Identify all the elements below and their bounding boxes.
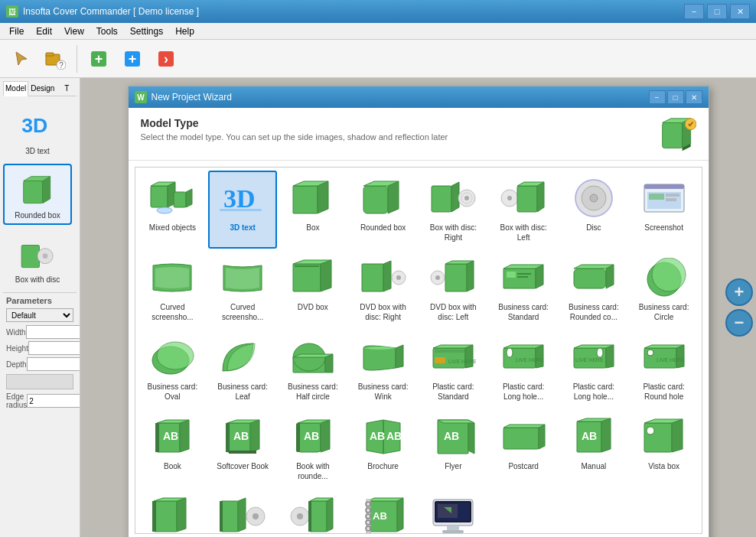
menu-edit[interactable]: Edit: [30, 24, 58, 38]
model-item-flyer[interactable]: AB Flyer: [419, 409, 488, 487]
model-icon-dvd-disc-left: [429, 256, 477, 299]
svg-point-50: [590, 194, 598, 202]
model-label-biz-halfcircle: Business card: Half circle: [283, 382, 343, 402]
svg-marker-88: [396, 345, 403, 368]
model-icon-vista-box: [640, 415, 689, 458]
svg-marker-155: [327, 498, 333, 532]
model-item-postcard[interactable]: Postcard: [489, 409, 558, 487]
sidebar-3dtext-label: 3D text: [25, 147, 50, 156]
model-item-book-rounded[interactable]: AB Book with rounde...: [279, 409, 347, 487]
model-item-biz-leaf[interactable]: Business card: Leaf: [208, 330, 277, 408]
svg-point-81: [652, 258, 686, 291]
model-item-book[interactable]: AB Book: [138, 409, 207, 487]
svg-rect-74: [507, 272, 516, 278]
model-item-brochure[interactable]: AB AB Brochure: [349, 409, 418, 487]
model-item-plastic-longhole2[interactable]: LIVE HERE Plastic card: Long hole...: [559, 330, 628, 408]
model-label-manual: Manual: [581, 461, 606, 471]
model-icon-plastic-longhole: LIVE HERE: [499, 336, 548, 379]
tab-model[interactable]: Model: [3, 81, 28, 96]
toolbar-cursor[interactable]: [6, 44, 37, 74]
dialog-minimize-button[interactable]: −: [649, 90, 666, 104]
model-item-bluray-disc-right[interactable]: Blu-ray with disc: Right: [208, 489, 277, 534]
model-item-dvd-disc-right[interactable]: DVD box with disc: Right: [349, 250, 418, 328]
depth-slider[interactable]: [6, 374, 73, 389]
svg-rect-171: [442, 530, 464, 533]
model-item-softcover[interactable]: AB Softcover Book: [208, 409, 277, 487]
dialog-close-button[interactable]: ✕: [686, 90, 702, 104]
sidebar-item-roundedbox[interactable]: Rounded box: [3, 164, 72, 225]
model-item-box-disc-right[interactable]: Box with disc: Right: [419, 171, 488, 249]
model-item-biz-oval[interactable]: Business card: Oval: [138, 330, 207, 408]
toolbar-open[interactable]: ?: [40, 44, 70, 74]
param-height-input[interactable]: [28, 341, 80, 355]
svg-marker-28: [186, 189, 192, 207]
menu-settings[interactable]: Settings: [124, 24, 169, 38]
model-item-spiral-bound[interactable]: AB Spiral bound book: [349, 489, 418, 534]
model-item-biz-standard[interactable]: Business card: Standard: [489, 250, 558, 328]
model-item-biz-wink[interactable]: Business card: Wink: [349, 330, 418, 408]
svg-rect-45: [517, 186, 537, 212]
model-item-mixed-objects[interactable]: Mixed objects: [138, 171, 207, 249]
model-icon-curved-screen1: [148, 256, 197, 299]
toolbar-add-green[interactable]: +: [83, 44, 114, 74]
model-icon-brochure: AB AB: [359, 415, 408, 458]
model-item-plastic-standard[interactable]: LIVE HERE Plastic card: Standard: [419, 330, 488, 408]
minimize-button[interactable]: −: [684, 4, 704, 19]
menu-bar: File Edit View Tools Settings Help: [0, 23, 756, 40]
model-item-imac[interactable]: iMac: [419, 489, 488, 534]
menu-help[interactable]: Help: [169, 24, 200, 38]
tab-t[interactable]: T: [57, 81, 77, 96]
model-item-plastic-roundhole[interactable]: LIVE HERE Plastic card: Round hole: [630, 330, 699, 408]
tab-design[interactable]: Design: [28, 81, 57, 96]
menu-tools[interactable]: Tools: [90, 24, 124, 38]
menu-file[interactable]: File: [3, 24, 30, 38]
model-item-box[interactable]: Box: [279, 171, 347, 249]
model-item-biz-circle[interactable]: Business card: Circle: [630, 250, 699, 328]
model-item-biz-halfcircle[interactable]: Business card: Half circle: [279, 330, 347, 408]
toolbar-arrow[interactable]: ›: [151, 44, 181, 74]
svg-marker-133: [539, 425, 545, 449]
svg-text:AB: AB: [233, 430, 249, 442]
model-item-dvd-box[interactable]: DVD box: [279, 250, 347, 328]
svg-text:AB: AB: [370, 430, 385, 442]
model-item-dvd-disc-left[interactable]: DVD box with disc: Left: [419, 250, 488, 328]
toolbar-separator-1: [77, 45, 77, 73]
model-item-manual[interactable]: AB Manual: [559, 409, 628, 487]
svg-marker-101: [606, 345, 614, 368]
model-item-biz-rounded[interactable]: Business card: Rounded co...: [559, 250, 628, 328]
svg-text:LIVE HERE: LIVE HERE: [575, 357, 604, 363]
param-depth-input[interactable]: [27, 357, 80, 371]
svg-rect-31: [220, 209, 262, 211]
svg-marker-136: [601, 418, 611, 452]
model-item-box-disc-left[interactable]: Box with disc: Left: [489, 171, 558, 249]
sidebar-item-3dtext[interactable]: 3D 3D text: [3, 99, 72, 161]
model-item-bluray-disc-left[interactable]: Blu-ray with disc: Left: [279, 489, 347, 534]
menu-view[interactable]: View: [58, 24, 90, 38]
model-item-rounded-box[interactable]: Rounded box: [349, 171, 418, 249]
model-item-3dtext[interactable]: 3D 3D text: [208, 171, 277, 249]
param-default-select[interactable]: Default: [6, 308, 73, 322]
svg-marker-46: [537, 182, 544, 212]
model-item-curved-screen1[interactable]: Curved screensho...: [138, 250, 207, 328]
model-item-curved-screen2[interactable]: Curved screensho...: [208, 250, 277, 328]
param-width-input[interactable]: [26, 325, 80, 339]
sidebar-item-boxdisc[interactable]: Box with disc: [3, 228, 72, 289]
param-edgeradius-input[interactable]: [27, 394, 80, 408]
model-icon-biz-rounded: [569, 256, 618, 299]
svg-text:3D: 3D: [223, 184, 256, 213]
toolbar-add-blue[interactable]: +: [117, 44, 148, 74]
close-button[interactable]: ✕: [730, 4, 750, 19]
svg-marker-87: [293, 354, 333, 357]
maximize-button[interactable]: □: [707, 4, 727, 19]
model-item-disc[interactable]: Disc: [559, 171, 628, 249]
model-label-dvd-box: DVD box: [298, 302, 328, 312]
svg-rect-146: [152, 501, 156, 532]
model-label-book-rounded: Book with rounde...: [283, 461, 343, 481]
model-item-screenshot[interactable]: Screenshot: [630, 171, 699, 249]
dialog-maximize-button[interactable]: □: [667, 90, 684, 104]
model-item-bluray-box[interactable]: Blu-ray box: [138, 489, 207, 534]
svg-rect-76: [517, 276, 528, 278]
model-item-plastic-longhole[interactable]: LIVE HERE Plastic card: Long hole...: [489, 330, 558, 408]
model-item-vista-box[interactable]: Vista box: [630, 409, 699, 487]
svg-point-98: [507, 348, 513, 357]
